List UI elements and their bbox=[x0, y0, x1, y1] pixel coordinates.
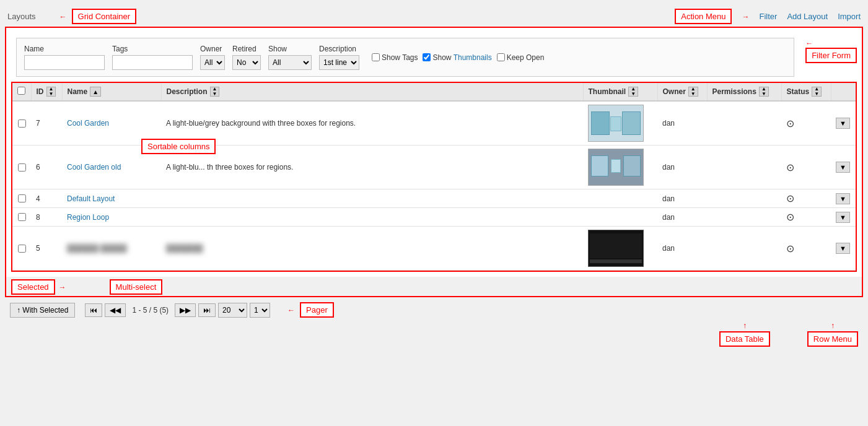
row-menu-btn[interactable]: ▼ bbox=[836, 243, 850, 254]
sort-permissions-btn[interactable]: ▲▼ bbox=[759, 87, 769, 97]
sort-status-btn[interactable]: ▲▼ bbox=[812, 87, 822, 97]
row-action-cell: ▼ bbox=[831, 189, 856, 208]
row-name-link[interactable]: Region Loop bbox=[67, 213, 109, 222]
row-menu-btn[interactable]: ▼ bbox=[836, 118, 850, 129]
sort-name-btn[interactable]: ▲ bbox=[90, 87, 101, 97]
table-header-row: ID ▲▼ Name ▲ bbox=[12, 83, 856, 101]
multi-select-annotation: Multi-select bbox=[110, 279, 163, 295]
row-name-link[interactable]: Cool Garden bbox=[67, 119, 109, 128]
pager-info: 1 - 5 / 5 (5) bbox=[128, 306, 172, 315]
row-description-cell bbox=[161, 208, 583, 227]
filter-retired-select[interactable]: No Yes bbox=[232, 55, 261, 70]
table-row: 8 Region Loop dan ⊙ ▼ bbox=[12, 208, 856, 227]
page-wrapper: Layouts ← Grid Container Action Menu → F… bbox=[0, 0, 868, 426]
filter-description-field: Description 1st line All bbox=[319, 45, 359, 70]
row-checkbox-cell bbox=[12, 101, 31, 146]
th-status-label: Status bbox=[787, 87, 810, 96]
th-status: Status ▲▼ bbox=[781, 83, 831, 101]
status-icon: ⊙ bbox=[786, 162, 794, 173]
row-action-cell: ▼ bbox=[831, 227, 856, 271]
sort-description-btn[interactable]: ▲▼ bbox=[210, 87, 220, 97]
show-tags-checkbox-label[interactable]: Show Tags bbox=[372, 53, 418, 62]
row-checkbox[interactable] bbox=[18, 163, 26, 172]
show-tags-checkbox[interactable] bbox=[372, 53, 380, 61]
filter-tags-input[interactable] bbox=[112, 55, 193, 70]
import-link[interactable]: Import bbox=[838, 12, 861, 21]
select-all-checkbox[interactable] bbox=[17, 87, 25, 95]
sort-id-btn[interactable]: ▲▼ bbox=[46, 87, 56, 97]
row-checkbox-cell bbox=[12, 208, 31, 227]
row-status-cell: ⊙ bbox=[781, 208, 831, 227]
row-menu-btn[interactable]: ▼ bbox=[836, 212, 850, 223]
th-description: Description ▲▼ bbox=[161, 83, 583, 101]
row-menu-btn[interactable]: ▼ bbox=[836, 193, 850, 204]
filter-name-field: Name bbox=[24, 45, 105, 70]
bottom-right-annotations: ↑ Data Table ↑ Row Menu bbox=[5, 320, 863, 349]
status-icon: ⊙ bbox=[786, 118, 794, 129]
keep-open-label: Keep Open bbox=[507, 53, 545, 62]
filter-name-input[interactable] bbox=[24, 55, 105, 70]
row-name-link[interactable]: ██████ █████ bbox=[67, 244, 127, 253]
filter-form-annotation: Filter Form bbox=[805, 48, 857, 63]
row-checkbox[interactable] bbox=[18, 245, 26, 253]
pager-per-page-select[interactable]: 20 50 100 bbox=[218, 303, 247, 318]
row-owner-cell: dan bbox=[657, 101, 707, 146]
status-icon: ⊙ bbox=[786, 212, 794, 222]
filter-description-label: Description bbox=[319, 45, 359, 53]
th-name: Name ▲ bbox=[62, 83, 161, 101]
row-status-cell: ⊙ bbox=[781, 146, 831, 189]
pager-next-btn[interactable]: ▶▶ bbox=[175, 303, 196, 317]
row-checkbox-cell bbox=[12, 227, 31, 271]
sort-owner-btn[interactable]: ▲▼ bbox=[688, 87, 698, 97]
pager-annotation: Pager bbox=[300, 302, 334, 318]
table-row: 4 Default Layout dan ⊙ ▼ bbox=[12, 189, 856, 208]
filter-description-select[interactable]: 1st line All bbox=[319, 55, 359, 70]
show-thumbnails-label: Show Thumbnails bbox=[432, 53, 491, 62]
row-id-cell: 8 bbox=[31, 208, 62, 227]
filter-show-select[interactable]: All bbox=[268, 55, 312, 70]
row-status-cell: ⊙ bbox=[781, 227, 831, 271]
row-permissions-cell bbox=[707, 227, 781, 271]
filter-link[interactable]: Filter bbox=[759, 12, 777, 21]
row-checkbox[interactable] bbox=[18, 213, 26, 221]
row-menu-btn[interactable]: ▼ bbox=[836, 162, 850, 173]
status-icon: ⊙ bbox=[786, 243, 794, 254]
row-name-cell: ██████ █████ bbox=[62, 227, 161, 271]
row-checkbox[interactable] bbox=[18, 194, 26, 202]
table-row: 7 Cool Garden A light-blue/grey backgrou… bbox=[12, 101, 856, 146]
sort-thumbnail-btn[interactable]: ▲▼ bbox=[628, 87, 638, 97]
pager-page-select[interactable]: 1 bbox=[250, 303, 270, 318]
top-bar: Layouts ← Grid Container Action Menu → F… bbox=[5, 5, 863, 27]
row-checkbox[interactable] bbox=[18, 120, 26, 128]
th-permissions-label: Permissions bbox=[712, 87, 756, 96]
layouts-table: ID ▲▼ Name ▲ bbox=[12, 83, 856, 271]
filter-owner-select[interactable]: All bbox=[200, 55, 225, 70]
pager-prev-btn[interactable]: ◀◀ bbox=[105, 303, 126, 317]
thumbnail-garden1 bbox=[588, 105, 644, 142]
row-id-cell: 5 bbox=[31, 227, 62, 271]
row-thumbnail-cell bbox=[583, 227, 657, 271]
row-action-cell: ▼ bbox=[831, 208, 856, 227]
thumbnail-garden2 bbox=[588, 149, 644, 186]
pager-last-btn[interactable]: ⏭ bbox=[198, 303, 216, 317]
pager-first-btn[interactable]: ⏮ bbox=[85, 303, 102, 317]
row-name-link[interactable]: Default Layout bbox=[67, 194, 115, 203]
th-id: ID ▲▼ bbox=[31, 83, 62, 101]
row-description-cell: ███████ bbox=[161, 227, 583, 271]
show-thumbnails-checkbox-label[interactable]: Show Thumbnails bbox=[423, 53, 491, 62]
row-name-cell: Default Layout bbox=[62, 189, 161, 208]
show-thumbnails-checkbox[interactable] bbox=[423, 53, 431, 61]
add-layout-link[interactable]: Add Layout bbox=[787, 12, 828, 21]
row-thumbnail-cell bbox=[583, 146, 657, 189]
keep-open-checkbox[interactable] bbox=[497, 53, 505, 61]
keep-open-checkbox-label[interactable]: Keep Open bbox=[497, 53, 545, 62]
pager-controls: ⏮ ◀◀ 1 - 5 / 5 (5) ▶▶ ⏭ 20 50 100 1 bbox=[85, 303, 270, 318]
row-name-link[interactable]: Cool Garden old bbox=[67, 163, 121, 172]
row-thumbnail-cell bbox=[583, 208, 657, 227]
breadcrumb: Layouts bbox=[7, 12, 36, 21]
data-table-annotation: Data Table bbox=[719, 331, 770, 347]
row-permissions-cell bbox=[707, 208, 781, 227]
with-selected-btn[interactable]: ↑ With Selected bbox=[10, 303, 75, 318]
selected-annotation: Selected bbox=[11, 279, 55, 295]
th-description-label: Description bbox=[167, 87, 208, 96]
